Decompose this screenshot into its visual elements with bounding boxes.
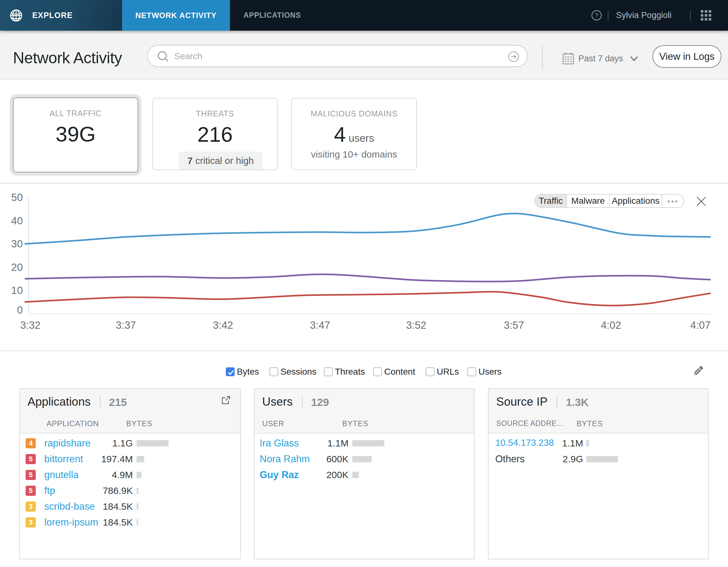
svg-text:3:37: 3:37 — [116, 319, 136, 331]
svg-text:3:52: 3:52 — [406, 319, 426, 331]
svg-text:3:32: 3:32 — [20, 319, 40, 331]
svg-text:?: ? — [595, 12, 598, 19]
svg-text:40: 40 — [11, 215, 23, 226]
svg-text:3:47: 3:47 — [310, 319, 330, 331]
svg-text:4:02: 4:02 — [601, 319, 621, 331]
svg-text:50: 50 — [11, 191, 23, 203]
svg-text:10: 10 — [11, 285, 23, 296]
svg-text:0: 0 — [17, 304, 23, 316]
svg-text:3:42: 3:42 — [213, 319, 233, 331]
svg-text:4:07: 4:07 — [690, 319, 711, 331]
svg-text:30: 30 — [11, 238, 23, 249]
svg-text:3:57: 3:57 — [504, 319, 524, 331]
svg-text:20: 20 — [11, 261, 23, 273]
